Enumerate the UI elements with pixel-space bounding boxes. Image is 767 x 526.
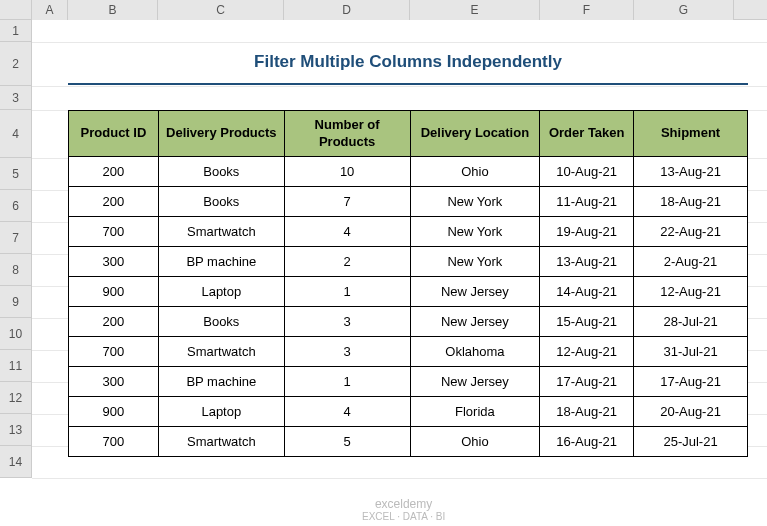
col-head-B[interactable]: B xyxy=(68,0,158,20)
row-head-2[interactable]: 2 xyxy=(0,42,32,86)
col-head-A[interactable]: A xyxy=(32,0,68,20)
row-head-11[interactable]: 11 xyxy=(0,350,32,382)
table-row: 700Smartwatch3Oklahoma12-Aug-2131-Jul-21 xyxy=(69,337,748,367)
table-cell[interactable]: 17-Aug-21 xyxy=(634,367,748,397)
table-cell[interactable]: New York xyxy=(410,187,540,217)
table-cell[interactable]: 20-Aug-21 xyxy=(634,397,748,427)
data-table[interactable]: Product IDDelivery ProductsNumber of Pro… xyxy=(68,110,748,457)
table-cell[interactable]: New Jersey xyxy=(410,307,540,337)
title-underline xyxy=(68,82,748,85)
table-header-cell[interactable]: Shipment xyxy=(634,111,748,157)
row-head-12[interactable]: 12 xyxy=(0,382,32,414)
col-head-G[interactable]: G xyxy=(634,0,734,20)
table-cell[interactable]: Laptop xyxy=(158,397,284,427)
table-cell[interactable]: 700 xyxy=(69,427,159,457)
row-head-14[interactable]: 14 xyxy=(0,446,32,478)
table-cell[interactable]: 10 xyxy=(284,157,410,187)
page-title: Filter Multiple Columns Independently xyxy=(254,52,562,72)
table-cell[interactable]: Ohio xyxy=(410,427,540,457)
table-cell[interactable]: 17-Aug-21 xyxy=(540,367,634,397)
table-cell[interactable]: Smartwatch xyxy=(158,427,284,457)
table-cell[interactable]: 31-Jul-21 xyxy=(634,337,748,367)
table-cell[interactable]: 12-Aug-21 xyxy=(540,337,634,367)
table-cell[interactable]: 900 xyxy=(69,397,159,427)
row-head-5[interactable]: 5 xyxy=(0,158,32,190)
table-cell[interactable]: Smartwatch xyxy=(158,337,284,367)
table-cell[interactable]: 18-Aug-21 xyxy=(540,397,634,427)
table-row: 700Smartwatch5Ohio16-Aug-2125-Jul-21 xyxy=(69,427,748,457)
table-cell[interactable]: 700 xyxy=(69,217,159,247)
table-header-cell[interactable]: Delivery Location xyxy=(410,111,540,157)
table-cell[interactable]: Books xyxy=(158,307,284,337)
table-cell[interactable]: New Jersey xyxy=(410,367,540,397)
table-cell[interactable]: BP machine xyxy=(158,247,284,277)
table-cell[interactable]: Ohio xyxy=(410,157,540,187)
row-head-8[interactable]: 8 xyxy=(0,254,32,286)
table-cell[interactable]: 1 xyxy=(284,367,410,397)
table-cell[interactable]: Florida xyxy=(410,397,540,427)
table-cell[interactable]: 13-Aug-21 xyxy=(634,157,748,187)
table-cell[interactable]: New York xyxy=(410,217,540,247)
table-body: 200Books10Ohio10-Aug-2113-Aug-21200Books… xyxy=(69,157,748,457)
row-head-4[interactable]: 4 xyxy=(0,110,32,158)
table-cell[interactable]: Laptop xyxy=(158,277,284,307)
table-cell[interactable]: 7 xyxy=(284,187,410,217)
table-cell[interactable]: 3 xyxy=(284,337,410,367)
col-head-F[interactable]: F xyxy=(540,0,634,20)
table-header-cell[interactable]: Delivery Products xyxy=(158,111,284,157)
table-cell[interactable]: 28-Jul-21 xyxy=(634,307,748,337)
table-cell[interactable]: Books xyxy=(158,157,284,187)
table-cell[interactable]: Oklahoma xyxy=(410,337,540,367)
table-cell[interactable]: 700 xyxy=(69,337,159,367)
table-cell[interactable]: 2 xyxy=(284,247,410,277)
table-cell[interactable]: 200 xyxy=(69,187,159,217)
table-cell[interactable]: 200 xyxy=(69,307,159,337)
row-head-6[interactable]: 6 xyxy=(0,190,32,222)
table-cell[interactable]: 2-Aug-21 xyxy=(634,247,748,277)
table-cell[interactable]: 200 xyxy=(69,157,159,187)
table-row: 700Smartwatch4New York19-Aug-2122-Aug-21 xyxy=(69,217,748,247)
table-cell[interactable]: Books xyxy=(158,187,284,217)
table-cell[interactable]: New Jersey xyxy=(410,277,540,307)
table-cell[interactable]: 13-Aug-21 xyxy=(540,247,634,277)
table-cell[interactable]: 18-Aug-21 xyxy=(634,187,748,217)
row-head-9[interactable]: 9 xyxy=(0,286,32,318)
watermark-line1: exceldemy xyxy=(362,498,445,511)
table-cell[interactable]: 300 xyxy=(69,247,159,277)
col-head-C[interactable]: C xyxy=(158,0,284,20)
table-cell[interactable]: 12-Aug-21 xyxy=(634,277,748,307)
table-cell[interactable]: 25-Jul-21 xyxy=(634,427,748,457)
table-header-cell[interactable]: Order Taken xyxy=(540,111,634,157)
watermark-line2: EXCEL · DATA · BI xyxy=(362,511,445,522)
table-cell[interactable]: 900 xyxy=(69,277,159,307)
table-cell[interactable]: 19-Aug-21 xyxy=(540,217,634,247)
table-cell[interactable]: 1 xyxy=(284,277,410,307)
table-cell[interactable]: 4 xyxy=(284,217,410,247)
row-head-1[interactable]: 1 xyxy=(0,20,32,42)
col-head-D[interactable]: D xyxy=(284,0,410,20)
row-head-13[interactable]: 13 xyxy=(0,414,32,446)
title-cell[interactable]: Filter Multiple Columns Independently xyxy=(68,42,748,82)
table-header-cell[interactable]: Number of Products xyxy=(284,111,410,157)
table-cell[interactable]: 14-Aug-21 xyxy=(540,277,634,307)
table-cell[interactable]: 5 xyxy=(284,427,410,457)
table-cell[interactable]: 300 xyxy=(69,367,159,397)
row-head-10[interactable]: 10 xyxy=(0,318,32,350)
spreadsheet-grid: ABCDEFG 1234567891011121314 Filter Multi… xyxy=(0,0,767,526)
table-cell[interactable]: BP machine xyxy=(158,367,284,397)
table-cell[interactable]: 4 xyxy=(284,397,410,427)
table-header-cell[interactable]: Product ID xyxy=(69,111,159,157)
table-row: 200Books7New York11-Aug-2118-Aug-21 xyxy=(69,187,748,217)
table-cell[interactable]: 10-Aug-21 xyxy=(540,157,634,187)
table-cell[interactable]: 15-Aug-21 xyxy=(540,307,634,337)
table-cell[interactable]: Smartwatch xyxy=(158,217,284,247)
table-cell[interactable]: 22-Aug-21 xyxy=(634,217,748,247)
row-head-7[interactable]: 7 xyxy=(0,222,32,254)
table-cell[interactable]: 16-Aug-21 xyxy=(540,427,634,457)
table-cell[interactable]: 3 xyxy=(284,307,410,337)
table-cell[interactable]: 11-Aug-21 xyxy=(540,187,634,217)
row-head-3[interactable]: 3 xyxy=(0,86,32,110)
col-head-E[interactable]: E xyxy=(410,0,540,20)
table-cell[interactable]: New York xyxy=(410,247,540,277)
select-all-corner[interactable] xyxy=(0,0,32,20)
